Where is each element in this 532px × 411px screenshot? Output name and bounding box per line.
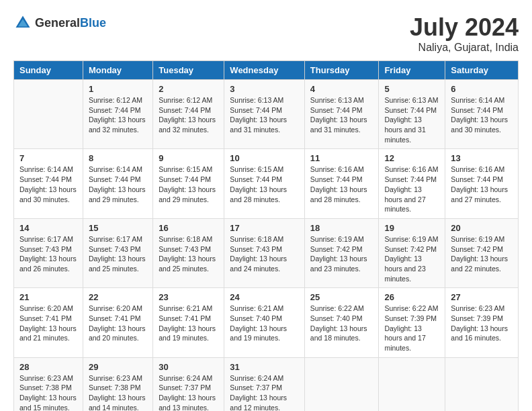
calendar-cell: 26Sunrise: 6:22 AMSunset: 7:39 PMDayligh…	[379, 288, 445, 357]
date-number: 26	[384, 292, 439, 302]
day-header-thursday: Thursday	[304, 61, 379, 80]
date-number: 7	[19, 153, 77, 163]
date-number: 1	[89, 84, 147, 94]
calendar-cell: 29Sunrise: 6:23 AMSunset: 7:38 PMDayligh…	[83, 357, 152, 411]
cell-info: Sunrise: 6:23 AMSunset: 7:38 PMDaylight:…	[89, 373, 147, 411]
calendar-cell: 16Sunrise: 6:18 AMSunset: 7:43 PMDayligh…	[153, 218, 224, 287]
cell-info: Sunrise: 6:15 AMSunset: 7:44 PMDaylight:…	[159, 165, 218, 204]
calendar-cell: 23Sunrise: 6:21 AMSunset: 7:41 PMDayligh…	[153, 288, 224, 357]
calendar-cell: 25Sunrise: 6:22 AMSunset: 7:40 PMDayligh…	[304, 288, 379, 357]
date-number: 11	[310, 153, 373, 163]
calendar-cell: 27Sunrise: 6:23 AMSunset: 7:39 PMDayligh…	[445, 288, 519, 357]
cell-info: Sunrise: 6:24 AMSunset: 7:37 PMDaylight:…	[159, 373, 218, 411]
cell-info: Sunrise: 6:13 AMSunset: 7:44 PMDaylight:…	[310, 95, 373, 135]
calendar-cell: 30Sunrise: 6:24 AMSunset: 7:37 PMDayligh…	[153, 357, 224, 411]
week-row-1: 1Sunrise: 6:12 AMSunset: 7:44 PMDaylight…	[14, 80, 519, 149]
cell-info: Sunrise: 6:14 AMSunset: 7:44 PMDaylight:…	[19, 165, 77, 204]
day-header-friday: Friday	[379, 61, 445, 80]
calendar-cell	[304, 357, 379, 411]
calendar-cell: 5Sunrise: 6:13 AMSunset: 7:44 PMDaylight…	[379, 80, 445, 149]
calendar-cell: 2Sunrise: 6:12 AMSunset: 7:44 PMDaylight…	[153, 80, 224, 149]
cell-info: Sunrise: 6:19 AMSunset: 7:42 PMDaylight:…	[451, 234, 513, 274]
logo-icon	[13, 13, 32, 32]
calendar-cell	[445, 357, 519, 411]
date-number: 16	[159, 223, 218, 233]
calendar-cell: 12Sunrise: 6:16 AMSunset: 7:44 PMDayligh…	[379, 149, 445, 218]
week-row-3: 14Sunrise: 6:17 AMSunset: 7:43 PMDayligh…	[14, 218, 519, 287]
calendar-cell: 11Sunrise: 6:16 AMSunset: 7:44 PMDayligh…	[304, 149, 379, 218]
cell-info: Sunrise: 6:21 AMSunset: 7:41 PMDaylight:…	[159, 304, 218, 343]
calendar-cell: 14Sunrise: 6:17 AMSunset: 7:43 PMDayligh…	[14, 218, 83, 287]
cell-info: Sunrise: 6:14 AMSunset: 7:44 PMDaylight:…	[89, 165, 147, 204]
date-number: 2	[159, 84, 218, 94]
calendar-cell: 31Sunrise: 6:24 AMSunset: 7:37 PMDayligh…	[224, 357, 305, 411]
cell-info: Sunrise: 6:13 AMSunset: 7:44 PMDaylight:…	[384, 95, 439, 144]
cell-info: Sunrise: 6:16 AMSunset: 7:44 PMDaylight:…	[451, 165, 513, 204]
cell-info: Sunrise: 6:15 AMSunset: 7:44 PMDaylight:…	[230, 165, 299, 204]
cell-info: Sunrise: 6:16 AMSunset: 7:44 PMDaylight:…	[310, 165, 373, 204]
cell-info: Sunrise: 6:18 AMSunset: 7:43 PMDaylight:…	[159, 234, 218, 274]
week-row-2: 7Sunrise: 6:14 AMSunset: 7:44 PMDaylight…	[14, 149, 519, 218]
cell-info: Sunrise: 6:22 AMSunset: 7:39 PMDaylight:…	[384, 304, 439, 353]
cell-info: Sunrise: 6:23 AMSunset: 7:38 PMDaylight:…	[19, 373, 77, 411]
cell-info: Sunrise: 6:21 AMSunset: 7:40 PMDaylight:…	[230, 304, 299, 343]
title-block: July 2024 Naliya, Gujarat, India	[410, 13, 519, 54]
calendar-cell: 21Sunrise: 6:20 AMSunset: 7:41 PMDayligh…	[14, 288, 83, 357]
calendar-cell: 8Sunrise: 6:14 AMSunset: 7:44 PMDaylight…	[83, 149, 152, 218]
date-number: 8	[89, 153, 147, 163]
cell-info: Sunrise: 6:20 AMSunset: 7:41 PMDaylight:…	[19, 304, 77, 343]
cell-info: Sunrise: 6:24 AMSunset: 7:37 PMDaylight:…	[230, 373, 299, 411]
date-number: 10	[230, 153, 299, 163]
date-number: 3	[230, 84, 299, 94]
date-number: 24	[230, 292, 299, 302]
day-header-wednesday: Wednesday	[224, 61, 305, 80]
calendar-cell: 4Sunrise: 6:13 AMSunset: 7:44 PMDaylight…	[304, 80, 379, 149]
day-header-saturday: Saturday	[445, 61, 519, 80]
cell-info: Sunrise: 6:12 AMSunset: 7:44 PMDaylight:…	[159, 95, 218, 135]
date-number: 9	[159, 153, 218, 163]
date-number: 19	[384, 223, 439, 233]
date-number: 17	[230, 223, 299, 233]
header-row: SundayMondayTuesdayWednesdayThursdayFrid…	[14, 61, 519, 80]
calendar-cell: 7Sunrise: 6:14 AMSunset: 7:44 PMDaylight…	[14, 149, 83, 218]
calendar-cell: 20Sunrise: 6:19 AMSunset: 7:42 PMDayligh…	[445, 218, 519, 287]
date-number: 29	[89, 362, 147, 372]
cell-info: Sunrise: 6:23 AMSunset: 7:39 PMDaylight:…	[451, 304, 513, 343]
date-number: 5	[384, 84, 439, 94]
date-number: 27	[451, 292, 513, 302]
calendar-cell	[14, 80, 83, 149]
day-header-tuesday: Tuesday	[153, 61, 224, 80]
date-number: 31	[230, 362, 299, 372]
calendar-table: SundayMondayTuesdayWednesdayThursdayFrid…	[13, 60, 519, 411]
date-number: 13	[451, 153, 513, 163]
date-number: 4	[310, 84, 373, 94]
cell-info: Sunrise: 6:14 AMSunset: 7:44 PMDaylight:…	[451, 95, 513, 135]
calendar-cell: 10Sunrise: 6:15 AMSunset: 7:44 PMDayligh…	[224, 149, 305, 218]
date-number: 20	[451, 223, 513, 233]
week-row-5: 28Sunrise: 6:23 AMSunset: 7:38 PMDayligh…	[14, 357, 519, 411]
calendar-cell: 19Sunrise: 6:19 AMSunset: 7:42 PMDayligh…	[379, 218, 445, 287]
week-row-4: 21Sunrise: 6:20 AMSunset: 7:41 PMDayligh…	[14, 288, 519, 357]
date-number: 21	[19, 292, 77, 302]
date-number: 30	[159, 362, 218, 372]
cell-info: Sunrise: 6:22 AMSunset: 7:40 PMDaylight:…	[310, 304, 373, 343]
cell-info: Sunrise: 6:17 AMSunset: 7:43 PMDaylight:…	[89, 234, 147, 274]
cell-info: Sunrise: 6:19 AMSunset: 7:42 PMDaylight:…	[384, 234, 439, 283]
logo-blue: Blue	[80, 16, 106, 30]
cell-info: Sunrise: 6:20 AMSunset: 7:41 PMDaylight:…	[89, 304, 147, 343]
day-header-monday: Monday	[83, 61, 152, 80]
calendar-cell: 22Sunrise: 6:20 AMSunset: 7:41 PMDayligh…	[83, 288, 152, 357]
calendar-cell	[379, 357, 445, 411]
calendar-cell: 13Sunrise: 6:16 AMSunset: 7:44 PMDayligh…	[445, 149, 519, 218]
calendar-cell: 15Sunrise: 6:17 AMSunset: 7:43 PMDayligh…	[83, 218, 152, 287]
day-header-sunday: Sunday	[14, 61, 83, 80]
calendar-cell: 6Sunrise: 6:14 AMSunset: 7:44 PMDaylight…	[445, 80, 519, 149]
date-number: 12	[384, 153, 439, 163]
date-number: 6	[451, 84, 513, 94]
date-number: 25	[310, 292, 373, 302]
location-subtitle: Naliya, Gujarat, India	[410, 42, 519, 54]
calendar-cell: 28Sunrise: 6:23 AMSunset: 7:38 PMDayligh…	[14, 357, 83, 411]
cell-info: Sunrise: 6:16 AMSunset: 7:44 PMDaylight:…	[384, 165, 439, 214]
cell-info: Sunrise: 6:12 AMSunset: 7:44 PMDaylight:…	[89, 95, 147, 135]
cell-info: Sunrise: 6:18 AMSunset: 7:43 PMDaylight:…	[230, 234, 299, 274]
